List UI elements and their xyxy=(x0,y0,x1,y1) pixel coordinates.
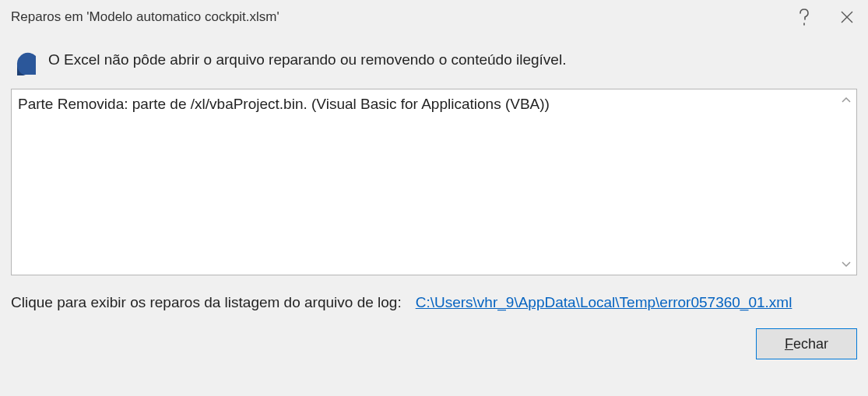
scroll-down-arrow[interactable] xyxy=(839,258,853,272)
close-mnemonic: F xyxy=(785,336,793,352)
close-window-button[interactable] xyxy=(825,0,868,34)
repair-dialog: Reparos em 'Modelo automatico cockpit.xl… xyxy=(0,0,868,396)
close-button[interactable]: Fechar xyxy=(756,328,857,359)
repair-message: O Excel não pôde abrir o arquivo reparan… xyxy=(48,50,566,70)
excel-icon xyxy=(12,51,39,78)
close-label-rest: echar xyxy=(793,336,828,352)
chevron-up-icon xyxy=(842,96,851,103)
scroll-up-arrow[interactable] xyxy=(839,93,853,107)
repair-details-box[interactable]: Parte Removida: parte de /xl/vbaProject.… xyxy=(11,89,857,275)
log-file-link[interactable]: C:\Users\vhr_9\AppData\Local\Temp\error0… xyxy=(416,294,792,311)
titlebar: Reparos em 'Modelo automatico cockpit.xl… xyxy=(0,0,868,34)
dialog-content: O Excel não pôde abrir o arquivo reparan… xyxy=(0,34,868,396)
chevron-down-icon xyxy=(842,261,851,268)
help-icon xyxy=(799,9,810,26)
repair-details-text: Parte Removida: parte de /xl/vbaProject.… xyxy=(18,96,836,113)
dialog-title: Reparos em 'Modelo automatico cockpit.xl… xyxy=(11,9,782,25)
dialog-footer: Fechar xyxy=(11,317,857,359)
close-icon xyxy=(840,10,854,24)
message-row: O Excel não pôde abrir o arquivo reparan… xyxy=(11,34,857,86)
log-label: Clique para exibir os reparos da listage… xyxy=(11,294,402,311)
help-button[interactable] xyxy=(782,0,825,34)
log-row: Clique para exibir os reparos da listage… xyxy=(11,275,857,317)
